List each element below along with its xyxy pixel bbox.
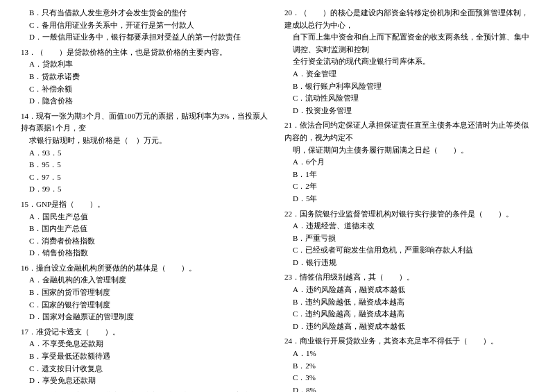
question-22-title: 22．国务院银行业监督管理机构对银行实行接管的条件是（ ）。 [284, 208, 534, 221]
question-17-title: 17．准贷记卡透支（ ）。 [21, 326, 271, 339]
q20-option-b: B．银行账户利率风险管理 [284, 80, 534, 93]
q15-option-c: C．消费者价格指数 [21, 235, 271, 248]
question-24-title: 24．商业银行开展贷款业务，其资本充足率不得低于（ ）。 [284, 335, 534, 348]
q13-option-a: A．贷款利率 [21, 58, 271, 71]
question-14-title: 14．现有一张为期3个月、面值100万元的票据，贴现利率为3%，当投票人持有票据… [21, 110, 271, 135]
q16-option-a: A．金融机构的准入管理制度 [21, 274, 271, 287]
question-15: 15．GNP是指（ ）。 A．国民生产总值 B．国内生产总值 C．消费者价格指数… [21, 198, 271, 259]
q22-option-c: C．已经或者可能发生信用危机，严重影响存款人利益 [284, 244, 534, 257]
q20-option-c: C．流动性风险管理 [284, 92, 534, 105]
q17-option-c: C．遗支按日计收复息 [21, 363, 271, 375]
q21-option-b: B．1年 [284, 169, 534, 181]
q17-option-d: D．享受免息还款期 [21, 375, 271, 387]
q13-option-d: D．隐含价格 [21, 95, 271, 108]
q24-option-b: B．2% [284, 360, 534, 373]
q20-line2: 自下而上集中资金和自上而下配置资金的收支两条线，全预计算、集中调控、实时监测和控… [284, 31, 534, 56]
question-13-title: 13．（ ）是贷款价格的主体，也是贷款价格的主要内容。 [21, 46, 271, 59]
q23-option-d: D．违约风险越高，融资成本越低 [284, 321, 534, 333]
q14-option-a: A．93．5 [21, 147, 271, 160]
q20-option-a: A．资金管理 [284, 68, 534, 80]
q23-option-a: A．违约风险越高，融资成本越低 [284, 284, 534, 296]
left-column: B．只有当借款人发生意外才会发生货金的垫付 C．备用信用证业务关系中，开证行是第… [21, 7, 271, 392]
q21-option-a: A．6个月 [284, 156, 534, 169]
question-24: 24．商业银行开展贷款业务，其资本充足率不得低于（ ）。 A．1% B．2% C… [284, 335, 534, 392]
question-b-continuation: B．只有当借款人发生意外才会发生货金的垫付 C．备用信用证业务关系中，开证行是第… [21, 7, 271, 44]
question-15-title: 15．GNP是指（ ）。 [21, 198, 271, 211]
q14-option-c: C．97．5 [21, 171, 271, 184]
question-23: 23．情签信用级别越高，其（ ）。 A．违约风险越高，融资成本越低 B．违约风险… [284, 271, 534, 332]
q24-option-d: D．8% [284, 384, 534, 392]
q13-option-b: B．贷款承诺费 [21, 71, 271, 83]
option-text: D．一般信用证业务中，银行都要承担对受益人的第一付款责任 [21, 31, 271, 44]
q20-option-d: D．投资业务管理 [284, 105, 534, 117]
q21-line2: 明，保证期间为主债务履行期届满之日起（ ）。 [284, 144, 534, 157]
q21-option-c: C．2年 [284, 180, 534, 193]
question-17: 17．准贷记卡透支（ ）。 A．不享受免息还款期 B．享受最低还款额待遇 C．遗… [21, 326, 271, 387]
page-container: B．只有当借款人发生意外才会发生货金的垫付 C．备用信用证业务关系中，开证行是第… [21, 7, 534, 392]
question-16-title: 16．撮自设立金融机构所要做的的基体是（ ）。 [21, 262, 271, 275]
q14-option-d: D．99．5 [21, 183, 271, 196]
q17-option-b: B．享受最低还款额待遇 [21, 350, 271, 363]
q14-option-b: B．95．5 [21, 159, 271, 171]
q24-option-c: C．3% [284, 372, 534, 384]
q16-option-d: D．国家对金融票证的管理制度 [21, 311, 271, 323]
question-13: 13．（ ）是贷款价格的主体，也是贷款价格的主要内容。 A．贷款利率 B．贷款承… [21, 46, 271, 108]
question-21-title: 21．依法合同约定保证人承担保证责任直至主债务本息还清时为止等类似内容的，视为约… [284, 119, 534, 144]
q22-option-d: D．银行违规 [284, 257, 534, 269]
q17-option-a: A．不享受免息还款期 [21, 338, 271, 350]
q23-option-c: C．违约风险越高，融资成本越高 [284, 308, 534, 321]
q23-option-b: B．违约风险越低，融资成本越高 [284, 296, 534, 309]
right-column: 20．（ ）的核心是建设内部资金转移定价机制和全面预算管理体制，建成以总行为中心… [284, 7, 534, 392]
q22-option-a: A．违规经营、道德未改 [284, 220, 534, 232]
question-20: 20．（ ）的核心是建设内部资金转移定价机制和全面预算管理体制，建成以总行为中心… [284, 7, 534, 117]
question-22: 22．国务院银行业监督管理机构对银行实行接管的条件是（ ）。 A．违规经营、道德… [284, 208, 534, 269]
q24-option-a: A．1% [284, 348, 534, 360]
option-text: B．只有当借款人发生意外才会发生货金的垫付 [21, 7, 271, 19]
q16-option-b: B．国家的货币管理制度 [21, 287, 271, 299]
q22-option-b: B．严重亏损 [284, 232, 534, 245]
q16-option-c: C．国家的银行管理制度 [21, 299, 271, 312]
q14-continuation: 求银行贴现时，贴现价格是（ ）万元。 [21, 135, 271, 147]
q20-line3: 全行资金流动的现代商业银行司库体系。 [284, 56, 534, 68]
q21-option-d: D．5年 [284, 193, 534, 205]
q13-option-c: C．补偿余额 [21, 83, 271, 96]
question-16: 16．撮自设立金融机构所要做的的基体是（ ）。 A．金融机构的准入管理制度 B．… [21, 262, 271, 323]
question-23-title: 23．情签信用级别越高，其（ ）。 [284, 271, 534, 284]
q15-option-a: A．国民生产总值 [21, 211, 271, 223]
question-20-title: 20．（ ）的核心是建设内部资金转移定价机制和全面预算管理体制，建成以总行为中心… [284, 7, 534, 31]
question-21: 21．依法合同约定保证人承担保证责任直至主债务本息还清时为止等类似内容的，视为约… [284, 119, 534, 205]
q15-option-b: B．国内生产总值 [21, 223, 271, 235]
q15-option-d: D．销售价格指数 [21, 247, 271, 259]
question-14: 14．现有一张为期3个月、面值100万元的票据，贴现利率为3%，当投票人持有票据… [21, 110, 271, 196]
option-text: C．备用信用证业务关系中，开证行是第一付款人 [21, 19, 271, 32]
